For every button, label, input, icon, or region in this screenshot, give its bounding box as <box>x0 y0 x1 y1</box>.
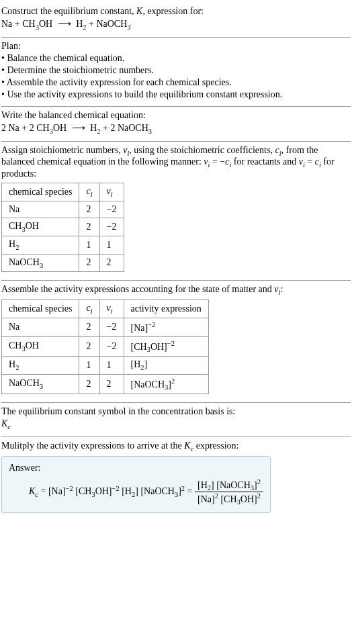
assign-section: Assign stoichiometric numbers, νi, using… <box>1 142 351 281</box>
ci-b: i <box>91 191 93 198</box>
K: K <box>1 418 7 428</box>
table-row: Na 2 −2 [Na]−2 <box>2 318 209 336</box>
symbol-text: The equilibrium constant symbol in the c… <box>1 406 351 418</box>
cell-ci: 2 <box>79 374 99 394</box>
answer-equation: Kc = [Na]−2 [CH3OH]−2 [H2] [NaOCH3]2 = [… <box>9 474 263 507</box>
table-row: H2 1 1 <box>2 236 124 254</box>
cell-species: Na <box>2 318 79 336</box>
multiply-text: Mulitply the activity expressions to arr… <box>1 440 351 453</box>
cell-nui: −2 <box>99 201 124 218</box>
t3a: [H <box>120 486 132 496</box>
sp-s: 2 <box>15 244 19 251</box>
nui-b: i <box>111 308 113 315</box>
t2s2: −2 <box>112 484 120 492</box>
cell-species: H2 <box>2 357 79 375</box>
table-header-row: chemical species ci νi <box>2 183 124 201</box>
act-a: [NaOCH <box>131 379 165 389</box>
eq-left: Na + CH <box>1 19 36 29</box>
table-row: Na 2 −2 <box>2 201 124 218</box>
t1: [Na] <box>48 486 66 496</box>
act-a: [H <box>131 359 141 369</box>
table-row: H2 1 1 [H2] <box>2 357 209 375</box>
plan-bullet-4: • Use the activity expressions to build … <box>1 89 351 101</box>
ci-b: i <box>91 308 93 315</box>
mul-p2: expression: <box>193 441 238 451</box>
assemble-p1: Assemble the activity expressions accoun… <box>1 284 274 294</box>
d2s2: 2 <box>257 492 261 500</box>
cell-species: NaOCH3 <box>2 374 79 394</box>
cell-activity: [Na]−2 <box>124 318 208 336</box>
answer-box: Answer: Kc = [Na]−2 [CH3OH]−2 [H2] [NaOC… <box>1 456 271 513</box>
t2a: [CH <box>73 486 92 496</box>
assign-text: Assign stoichiometric numbers, νi, using… <box>1 144 351 181</box>
cell-activity: [CH3OH]−2 <box>124 336 208 356</box>
symbol-section: The equilibrium constant symbol in the c… <box>1 403 351 436</box>
intro-title: Construct the equilibrium constant, K, e… <box>1 5 351 17</box>
act-s: −2 <box>148 321 155 328</box>
cell-nui: 1 <box>99 236 124 254</box>
act-s2: −2 <box>167 340 175 347</box>
plan-section: Plan: • Balance the chemical equation. •… <box>1 38 351 106</box>
bal-r2: + 2 NaOCH <box>101 123 148 133</box>
multiply-section: Mulitply the activity expressions to arr… <box>1 437 351 518</box>
assign-p4: for reactants and <box>231 156 298 167</box>
rel2c: = <box>305 156 315 167</box>
intro-equation: Na + CH3OH ⟶ H2 + NaOCH3 <box>1 17 351 32</box>
cell-nui: −2 <box>99 218 124 236</box>
balanced-equation: 2 Na + 2 CH3OH ⟶ H2 + 2 NaOCH3 <box>1 122 351 136</box>
sp-s: 3 <box>40 261 43 269</box>
cell-nui: −2 <box>99 318 124 336</box>
stoich-table: chemical species ci νi Na 2 −2 CH3OH 2 −… <box>1 183 124 272</box>
sp-s: 3 <box>40 383 43 390</box>
eq-sub3: 3 <box>127 24 130 31</box>
cell-nui: 2 <box>99 374 124 394</box>
t2b: OH] <box>95 486 112 496</box>
Kc-a: K <box>29 486 35 496</box>
balanced-header: Write the balanced chemical equation: <box>1 109 351 122</box>
t1s: −2 <box>66 484 73 492</box>
nui-b: i <box>111 191 113 198</box>
intro-section: Construct the equilibrium constant, K, e… <box>1 3 351 37</box>
d2a: [CH <box>218 494 237 504</box>
bal-s3: 3 <box>148 128 152 135</box>
arrow-icon: ⟶ <box>55 19 74 29</box>
t4a: [NaOCH <box>138 486 175 496</box>
n2a: [NaOCH <box>214 480 251 490</box>
sp-a: NaOCH <box>9 257 40 267</box>
eq-mid1: OH <box>39 19 52 29</box>
act-s2: 2 <box>171 377 175 385</box>
table-row: NaOCH3 2 2 <box>2 254 124 272</box>
eq-right1: H <box>76 19 83 29</box>
cell-species: H2 <box>2 236 79 254</box>
cell-species: CH3OH <box>2 336 79 356</box>
sp-b: OH <box>26 340 39 351</box>
plan-bullet-2: • Determine the stoichiometric numbers. <box>1 64 351 77</box>
cell-nui: −2 <box>99 336 124 356</box>
table-row: CH3OH 2 −2 [CH3OH]−2 <box>2 336 209 356</box>
th-ci: ci <box>79 300 99 318</box>
cell-ci: 2 <box>79 318 99 336</box>
sp-a: H <box>9 359 15 369</box>
act-a: [CH <box>131 341 147 351</box>
th-species: chemical species <box>2 183 79 201</box>
assign-p1: Assign stoichiometric numbers, <box>1 145 123 155</box>
cell-ci: 2 <box>79 201 99 218</box>
balanced-section: Write the balanced chemical equation: 2 … <box>1 107 351 141</box>
fraction: [H2] [NaOCH3]2[Na]2 [CH3OH]2 <box>195 478 263 506</box>
mul-p1: Mulitply the activity expressions to arr… <box>1 441 184 451</box>
symbol-kc: Kc <box>1 418 351 431</box>
denominator: [Na]2 [CH3OH]2 <box>195 492 263 506</box>
sp-b: OH <box>26 221 39 231</box>
th-species: chemical species <box>2 300 79 318</box>
cell-ci: 2 <box>79 218 99 236</box>
th-nui: νi <box>99 183 124 201</box>
cell-species: CH3OH <box>2 218 79 236</box>
assemble-text: Assemble the activity expressions accoun… <box>1 283 351 297</box>
d1a: [Na] <box>197 494 215 504</box>
bal-l1: 2 Na + 2 CH <box>1 123 50 133</box>
answer-label: Answer: <box>9 462 263 474</box>
bal-l2: OH <box>53 123 67 133</box>
K: K <box>184 441 190 451</box>
table-row: CH3OH 2 −2 <box>2 218 124 236</box>
table-header-row: chemical species ci νi activity expressi… <box>2 300 209 318</box>
